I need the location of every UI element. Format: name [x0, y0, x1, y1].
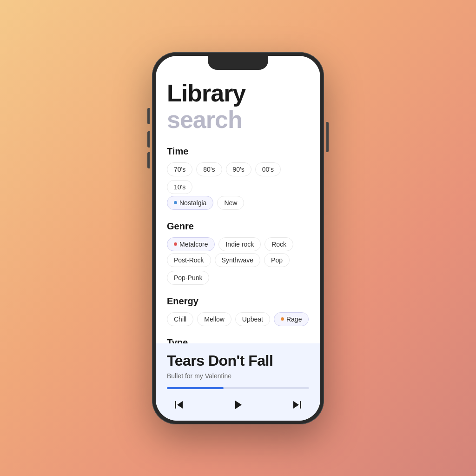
play-button[interactable]: [230, 396, 246, 413]
energy-section: Energy Chill Mellow Upbeat Rage: [156, 290, 320, 332]
tag-pop-punk-label: Pop-Punk: [174, 274, 202, 282]
tag-indie-rock[interactable]: Indie rock: [218, 237, 261, 251]
tag-metalcore[interactable]: Metalcore: [167, 237, 215, 251]
energy-tags-row: Chill Mellow Upbeat Rage: [167, 312, 309, 326]
tag-70s-label: 70's: [174, 166, 185, 173]
tag-mellow-label: Mellow: [204, 315, 225, 323]
prev-button[interactable]: [171, 396, 187, 413]
tag-metalcore-label: Metalcore: [179, 241, 208, 248]
svg-rect-0: [175, 401, 176, 409]
song-artist: Bullet for my Valentine: [167, 372, 309, 380]
progress-bar-bg: [167, 387, 309, 389]
rage-dot: [281, 317, 284, 321]
tag-pop-label: Pop: [271, 256, 283, 264]
now-playing-panel: Tears Don't Fall Bullet for my Valentine: [156, 343, 320, 420]
song-title: Tears Don't Fall: [167, 353, 309, 369]
tag-chill-label: Chill: [174, 315, 186, 323]
tag-synthwave[interactable]: Synthwave: [215, 253, 260, 267]
next-button[interactable]: [289, 396, 305, 413]
progress-bar-fill: [167, 387, 224, 389]
tag-70s[interactable]: 70's: [167, 162, 192, 176]
phone-screen: Library search Time 70's 80's 90's 00's …: [156, 56, 320, 421]
tag-upbeat-label: Upbeat: [242, 315, 263, 323]
genre-tags-row-1: Metalcore Indie rock Rock: [167, 237, 309, 251]
page-title: Library search: [167, 80, 309, 133]
player-controls: [167, 396, 309, 413]
tag-pop-punk[interactable]: Pop-Punk: [167, 271, 209, 285]
tag-rage[interactable]: Rage: [274, 312, 309, 326]
prev-icon: [172, 398, 185, 411]
svg-rect-1: [300, 401, 301, 409]
next-icon: [291, 398, 304, 411]
type-section-title: Type: [167, 337, 309, 343]
tag-mellow[interactable]: Mellow: [197, 312, 231, 326]
play-icon: [231, 398, 245, 411]
tag-80s[interactable]: 80's: [196, 162, 222, 176]
tag-10s[interactable]: 10's: [167, 180, 192, 194]
time-section-title: Time: [167, 146, 309, 157]
tag-rock-label: Rock: [271, 241, 286, 248]
tag-10s-label: 10's: [174, 183, 185, 191]
tag-rock[interactable]: Rock: [264, 237, 293, 251]
tag-post-rock[interactable]: Post-Rock: [167, 253, 211, 267]
genre-section: Genre Metalcore Indie rock Rock Post-Roc…: [156, 215, 320, 290]
tag-nostalgia-label: Nostalgia: [179, 199, 206, 207]
time-tags-row-1: 70's 80's 90's 00's 10's: [167, 162, 309, 194]
tag-new-label: New: [224, 199, 237, 207]
tag-indie-rock-label: Indie rock: [225, 241, 254, 248]
metalcore-dot: [174, 242, 177, 246]
tag-90s-label: 90's: [233, 166, 245, 173]
genre-tags-row-2: Post-Rock Synthwave Pop Pop-Punk: [167, 253, 309, 285]
tag-new[interactable]: New: [217, 196, 244, 210]
tag-chill[interactable]: Chill: [167, 312, 193, 326]
scroll-area[interactable]: Library search Time 70's 80's 90's 00's …: [156, 56, 320, 344]
time-tags-row-2: Nostalgia New: [167, 196, 309, 210]
tag-00s[interactable]: 00's: [255, 162, 281, 176]
tag-90s[interactable]: 90's: [226, 162, 251, 176]
genre-section-title: Genre: [167, 221, 309, 232]
tag-nostalgia[interactable]: Nostalgia: [167, 196, 213, 210]
tag-00s-label: 00's: [262, 166, 274, 173]
phone-frame: Library search Time 70's 80's 90's 00's …: [152, 52, 324, 424]
energy-section-title: Energy: [167, 296, 309, 307]
nostalgia-dot: [174, 201, 177, 204]
notch: [208, 56, 268, 70]
tag-rage-label: Rage: [286, 315, 302, 323]
tag-80s-label: 80's: [203, 166, 215, 173]
time-section: Time 70's 80's 90's 00's 10's Nostalgia: [156, 141, 320, 215]
tag-post-rock-label: Post-Rock: [174, 256, 204, 264]
title-library: Library: [167, 80, 245, 107]
screen-content: Library search Time 70's 80's 90's 00's …: [156, 56, 320, 421]
tag-synthwave-label: Synthwave: [222, 256, 253, 264]
tag-pop[interactable]: Pop: [264, 253, 290, 267]
title-search: search: [167, 106, 242, 133]
tag-upbeat[interactable]: Upbeat: [235, 312, 270, 326]
type-section: Type Instrumental Singing: [156, 332, 320, 343]
